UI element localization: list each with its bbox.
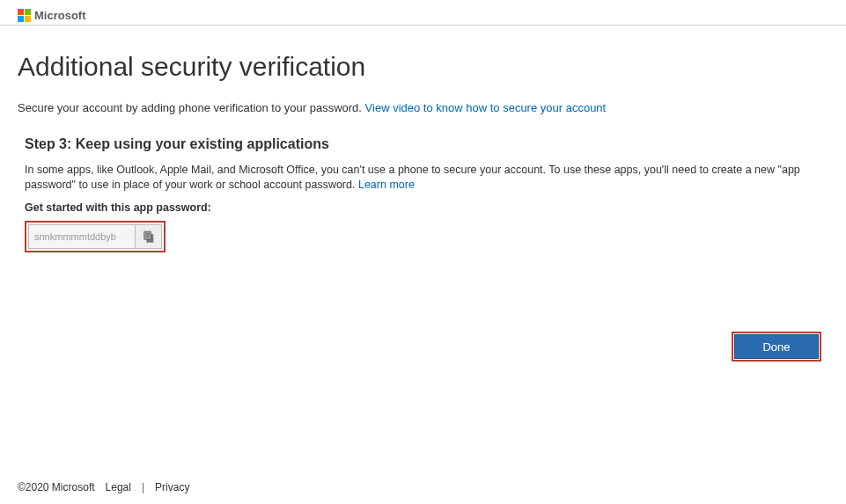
intro-text-line: Secure your account by adding phone veri… [18, 101, 828, 114]
footer-separator: | [142, 481, 144, 493]
app-password-field[interactable]: snnkmmmmtddbyb [28, 224, 136, 249]
step-description: In some apps, like Outlook, Apple Mail, … [25, 163, 821, 193]
footer-privacy-link[interactable]: Privacy [155, 481, 189, 493]
footer-copyright: ©2020 Microsoft [18, 481, 95, 493]
page-title: Additional security verification [18, 52, 828, 82]
svg-rect-2 [145, 233, 149, 234]
view-video-link[interactable]: View video to know how to secure your ac… [365, 101, 607, 114]
done-button-wrap: Done [732, 332, 821, 362]
app-password-container: snnkmmmmtddbyb [25, 221, 166, 252]
step-block: Step 3: Keep using your existing applica… [18, 136, 828, 252]
copy-icon [142, 230, 156, 244]
app-header: Microsoft [0, 0, 846, 26]
microsoft-wordmark: Microsoft [34, 9, 86, 22]
svg-rect-3 [145, 235, 149, 236]
main-content: Additional security verification Secure … [0, 26, 846, 252]
footer-legal-link[interactable]: Legal [106, 481, 131, 493]
copy-password-button[interactable] [136, 224, 162, 249]
step-title: Step 3: Keep using your existing applica… [25, 136, 821, 152]
learn-more-link[interactable]: Learn more [358, 179, 415, 191]
done-button[interactable]: Done [734, 334, 819, 359]
get-started-label: Get started with this app password: [25, 201, 821, 214]
intro-text: Secure your account by adding phone veri… [18, 101, 365, 114]
microsoft-logo: Microsoft [18, 9, 86, 22]
footer: ©2020 Microsoft Legal | Privacy [18, 481, 189, 493]
microsoft-logo-icon [18, 9, 31, 22]
done-button-highlight: Done [732, 332, 821, 362]
